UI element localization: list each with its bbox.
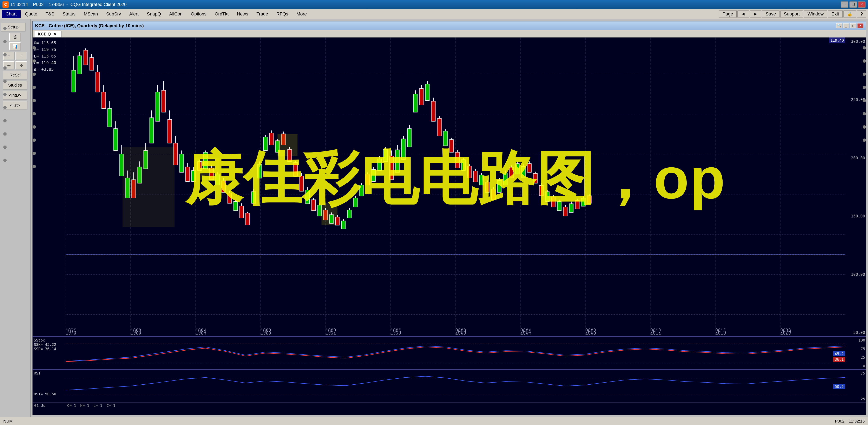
chart-body: O= 115.65 H= 119.75 L= 115.65 C= 119.40 … (33, 37, 866, 415)
svg-rect-117 (348, 210, 351, 218)
svg-rect-123 (366, 174, 369, 185)
menu-mscan[interactable]: MScan (80, 10, 102, 18)
svg-rect-149 (443, 131, 447, 146)
menu-supsrv[interactable]: SupSrv (102, 10, 125, 18)
chart-nav-left-3[interactable] (33, 72, 36, 76)
lock-button[interactable]: 🔒 (843, 10, 856, 18)
sidebar-icon-chart[interactable]: 📊 (9, 42, 21, 51)
chart-tab-close[interactable]: ✕ (52, 32, 58, 36)
chart-nav-right-7[interactable] (863, 125, 866, 129)
menu-chart[interactable]: Chart (2, 10, 21, 18)
menu-alert[interactable]: Alert (125, 10, 143, 18)
chart-nav-left-9[interactable] (33, 152, 36, 155)
title-app: CQG Integrated Client 2020 (70, 2, 127, 7)
stoch-75: 75 (846, 347, 865, 351)
svg-rect-143 (426, 84, 430, 101)
menu-allcon[interactable]: AllCon (165, 10, 186, 18)
svg-rect-52 (161, 90, 165, 112)
menu-quote[interactable]: Quote (21, 10, 41, 18)
menu-status[interactable]: Status (59, 10, 80, 18)
chart-tab-kce[interactable]: KCE.Q ✕ (34, 31, 61, 37)
menu-ts[interactable]: T&S (42, 10, 58, 18)
chart-close-button[interactable]: ✕ (857, 23, 864, 28)
sidebar-icon-blue2[interactable]: - (16, 52, 27, 60)
svg-rect-111 (330, 215, 333, 223)
rsi-section: RSI RSI= 50.50 7 (33, 369, 866, 402)
support-button[interactable]: Support (780, 10, 803, 18)
price-chart-container[interactable]: 康佳彩电电路图，op (66, 37, 845, 336)
exit-button[interactable]: Exit (828, 10, 843, 18)
chart-nav-right-5[interactable] (863, 99, 866, 102)
svg-rect-167 (498, 181, 501, 192)
minimize-button[interactable]: — (841, 1, 848, 8)
chart-title: KCE - Coffee (ICE), Quarterly (Delayed b… (35, 23, 834, 28)
nav-dot-4[interactable] (3, 66, 7, 70)
sidebar-icon-cross2[interactable]: ✛ (16, 61, 27, 69)
sidebar-icon-row-3: + - (3, 52, 27, 60)
nav-dot-9[interactable] (3, 132, 7, 136)
chart-minimize-button[interactable]: _ (843, 23, 849, 28)
chart-nav-left-5[interactable] (33, 99, 36, 102)
window-button[interactable]: Window (804, 10, 827, 18)
svg-rect-131 (390, 156, 393, 180)
svg-rect-189 (563, 207, 567, 216)
chart-nav-left-6[interactable] (33, 112, 36, 116)
chart-nav-right-8[interactable] (863, 138, 866, 142)
chart-nav-left-8[interactable] (33, 138, 36, 142)
menu-news[interactable]: News (233, 10, 252, 18)
svg-rect-50 (156, 92, 159, 121)
menu-trade[interactable]: Trade (252, 10, 272, 18)
sidebar-icon-row-2: 📊 (9, 42, 21, 51)
menu-ordtkt[interactable]: OrdTkt (211, 10, 232, 18)
svg-rect-83 (251, 192, 255, 203)
nav-dot-2[interactable] (3, 40, 7, 43)
rsi-chart (66, 370, 845, 402)
svg-rect-36 (114, 129, 118, 151)
svg-rect-183 (546, 192, 549, 202)
nav-dot-10[interactable] (3, 145, 7, 149)
help-button[interactable]: ? (857, 10, 866, 18)
close-button[interactable]: ✕ (858, 1, 866, 8)
chart-nav-right-4[interactable] (863, 86, 866, 89)
rsi-badge: 50.5 (833, 384, 845, 389)
chart-nav-left-1[interactable] (33, 46, 36, 50)
svg-rect-161 (479, 175, 483, 185)
page-button[interactable]: Page (719, 10, 737, 18)
nav-dot-7[interactable] (3, 106, 7, 109)
sidebar-icon-row-1: 🖨 (9, 33, 21, 41)
chart-nav-left-4[interactable] (33, 86, 36, 89)
stoch-ssk: SSK= 45.22 (34, 342, 64, 347)
nav-dot-6[interactable] (3, 93, 7, 96)
menu-rfqs[interactable]: RFQs (273, 10, 292, 18)
chart-nav-left-2[interactable] (33, 59, 36, 63)
next-page-button[interactable]: ► (750, 10, 762, 18)
nav-dot-11[interactable] (3, 159, 7, 162)
nav-dot-5[interactable] (3, 79, 7, 83)
price-300: 300.00 (846, 39, 865, 44)
chart-nav-left-10[interactable] (33, 165, 36, 168)
stochastic-section: SStoc SSK= 45.22 SSD= 36.14 (33, 336, 866, 369)
rsi-badge-container: 50.5 (833, 383, 845, 389)
menu-options[interactable]: Options (187, 10, 210, 18)
svg-rect-151 (450, 139, 454, 152)
ohlc-high: H= 119.75 (34, 46, 64, 53)
menu-more[interactable]: More (292, 10, 311, 18)
chart-restore-button[interactable]: □ (850, 23, 857, 28)
nav-dot-8[interactable] (3, 119, 7, 123)
svg-rect-163 (485, 182, 489, 193)
prev-page-button[interactable]: ◄ (737, 10, 749, 18)
nav-dot-1[interactable] (3, 27, 7, 30)
chart-nav-left-7[interactable] (33, 125, 36, 129)
chart-nav-right-2[interactable] (863, 59, 866, 63)
chart-nav-right-6[interactable] (863, 112, 866, 116)
restore-button[interactable]: ❐ (849, 1, 857, 8)
chart-nav-right-3[interactable] (863, 72, 866, 76)
svg-rect-81 (245, 213, 249, 225)
svg-text:1980: 1980 (131, 327, 141, 336)
nav-dot-3[interactable] (3, 53, 7, 57)
menu-snapq[interactable]: SnapQ (143, 10, 165, 18)
chart-nav-right-1[interactable] (863, 46, 866, 50)
sidebar-icon-print[interactable]: 🖨 (9, 33, 21, 41)
save-button[interactable]: Save (762, 10, 779, 18)
chart-search-button[interactable]: 🔍 (836, 23, 842, 28)
